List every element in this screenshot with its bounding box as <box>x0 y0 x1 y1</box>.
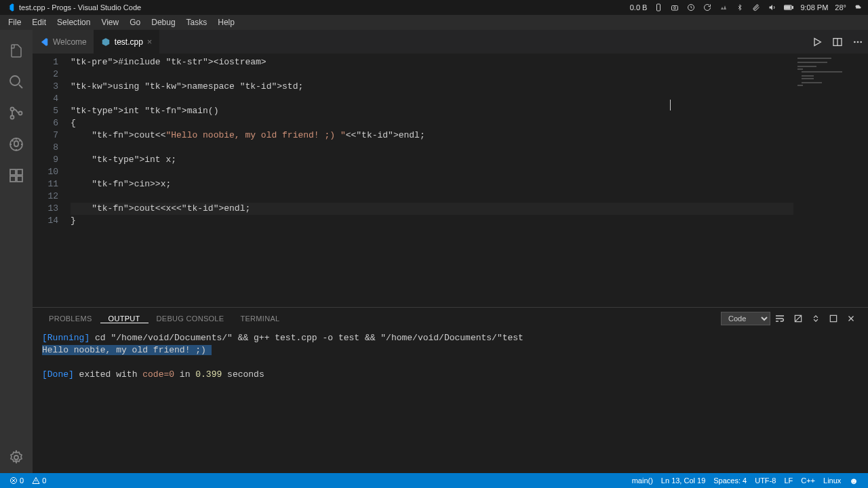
status-indent[interactable]: Spaces: 4 <box>709 476 751 485</box>
svg-point-9 <box>11 108 14 111</box>
panel-tab-problems[interactable]: PROBLEMS <box>41 314 100 323</box>
panel-tab-terminal[interactable]: TERMINAL <box>232 314 288 323</box>
status-os[interactable]: Linux <box>819 476 845 485</box>
status-errors[interactable]: 0 <box>5 476 28 485</box>
word-wrap-icon[interactable] <box>770 313 789 324</box>
svg-rect-5 <box>793 6 793 8</box>
status-eol[interactable]: LF <box>780 476 797 485</box>
close-icon[interactable]: × <box>147 37 153 47</box>
extensions-icon[interactable] <box>0 160 33 191</box>
svg-point-8 <box>10 76 20 85</box>
svg-rect-0 <box>657 4 660 11</box>
clear-output-icon[interactable] <box>789 314 807 323</box>
svg-point-10 <box>11 116 14 119</box>
status-position[interactable]: Ln 13, Col 19 <box>657 476 709 485</box>
status-scope[interactable]: main() <box>628 476 657 485</box>
menu-selection[interactable]: Selection <box>52 18 96 27</box>
battery-icon[interactable] <box>784 3 793 12</box>
panel-tab-debug-console[interactable]: DEBUG CONSOLE <box>149 314 233 323</box>
temperature[interactable]: 28° <box>835 3 846 12</box>
bottom-panel: PROBLEMS OUTPUT DEBUG CONSOLE TERMINAL C… <box>33 307 868 473</box>
tab-test-cpp[interactable]: test.cpp × <box>94 30 160 54</box>
svg-rect-15 <box>10 176 16 182</box>
minimap[interactable] <box>793 54 868 307</box>
svg-point-2 <box>674 7 676 9</box>
network-icon[interactable] <box>719 3 728 12</box>
clock[interactable]: 9:08 PM <box>800 3 828 12</box>
updates-icon[interactable] <box>686 3 696 12</box>
more-actions-icon[interactable] <box>848 30 868 54</box>
split-editor-icon[interactable] <box>827 30 848 54</box>
menu-edit[interactable]: Edit <box>26 18 52 27</box>
output-content[interactable]: [Running] cd "/home/void/Documents/" && … <box>33 329 868 473</box>
window-title: test.cpp - Progs - Visual Studio Code <box>19 3 141 12</box>
run-code-icon[interactable] <box>807 30 827 54</box>
svg-point-20 <box>857 41 859 43</box>
editor-tabs: Welcome test.cpp × <box>33 30 868 54</box>
status-encoding[interactable]: UTF-8 <box>751 476 780 485</box>
svg-point-17 <box>14 455 18 460</box>
explorer-icon[interactable] <box>0 35 33 66</box>
menu-debug[interactable]: Debug <box>146 18 180 27</box>
close-panel-icon[interactable] <box>842 314 860 323</box>
svg-rect-16 <box>17 176 22 182</box>
tab-label: test.cpp <box>115 37 143 47</box>
tab-label: Welcome <box>53 37 87 47</box>
status-language[interactable]: C++ <box>797 476 819 485</box>
svg-point-19 <box>854 41 856 43</box>
menu-go[interactable]: Go <box>124 18 146 27</box>
vscode-logo-icon <box>5 3 15 12</box>
line-gutter: 1 2 3 4 5 6 7 8 9 10 11 12 13 14 <box>33 54 71 307</box>
menubar: File Edit Selection View Go Debug Tasks … <box>0 15 868 30</box>
panel-tab-output[interactable]: OUTPUT <box>100 314 149 323</box>
debug-icon[interactable] <box>0 129 33 160</box>
os-topbar: test.cpp - Progs - Visual Studio Code 0.… <box>0 0 868 15</box>
svg-rect-23 <box>830 315 836 321</box>
settings-gear-icon[interactable] <box>0 442 33 473</box>
svg-rect-14 <box>17 169 22 175</box>
menu-tasks[interactable]: Tasks <box>181 18 213 27</box>
volume-icon[interactable] <box>768 3 777 12</box>
status-warnings[interactable]: 0 <box>28 476 50 485</box>
svg-point-11 <box>19 112 22 115</box>
svg-point-21 <box>860 41 862 43</box>
code-content[interactable]: "tk-pre">#include "tk-str"><iostream> "t… <box>71 54 793 307</box>
svg-rect-1 <box>672 6 678 11</box>
search-icon[interactable] <box>0 66 33 98</box>
source-control-icon[interactable] <box>0 98 33 129</box>
menu-file[interactable]: File <box>3 18 26 27</box>
feedback-icon[interactable]: ☻ <box>845 476 863 486</box>
bluetooth-icon[interactable] <box>735 3 745 12</box>
text-cursor-icon <box>670 100 671 110</box>
phone-icon[interactable] <box>654 3 663 12</box>
svg-point-12 <box>10 138 22 150</box>
weather-icon[interactable] <box>853 3 863 12</box>
output-channel-select[interactable]: Code <box>721 312 770 325</box>
panel-tabs: PROBLEMS OUTPUT DEBUG CONSOLE TERMINAL C… <box>33 308 868 329</box>
code-editor[interactable]: 1 2 3 4 5 6 7 8 9 10 11 12 13 14 "tk-pre… <box>33 54 868 307</box>
svg-rect-6 <box>785 6 791 9</box>
menu-help[interactable]: Help <box>212 18 240 27</box>
attachment-icon[interactable] <box>751 3 761 12</box>
svg-rect-13 <box>10 169 16 175</box>
statusbar: 0 0 main() Ln 13, Col 19 Spaces: 4 UTF-8… <box>0 473 868 488</box>
maximize-panel-icon[interactable] <box>825 314 842 323</box>
tab-welcome[interactable]: Welcome <box>33 30 94 54</box>
camera-icon[interactable] <box>670 3 679 12</box>
scroll-lock-icon[interactable] <box>807 314 825 323</box>
net-speed: 0.0 B <box>630 3 648 12</box>
menu-view[interactable]: View <box>96 18 124 27</box>
activity-bar <box>0 30 33 473</box>
refresh-icon[interactable] <box>703 3 712 12</box>
